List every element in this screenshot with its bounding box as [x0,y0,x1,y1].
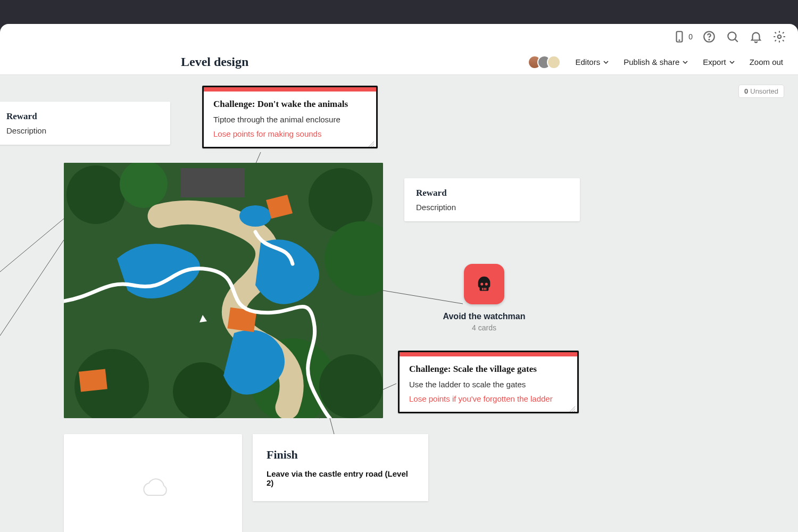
svg-line-9 [0,240,64,336]
svg-point-25 [239,205,271,227]
challenge-description: Use the ladder to scale the gates [409,380,568,389]
publish-label: Publish & share [624,57,679,66]
export-label: Export [703,57,726,66]
svg-rect-32 [482,288,483,290]
top-icon-bar: 0 [0,24,798,49]
svg-point-4 [728,32,736,40]
svg-point-23 [173,362,231,418]
resize-handle-icon[interactable] [369,139,374,145]
card-title: Reward [6,111,159,122]
svg-point-3 [709,39,709,40]
challenge-card[interactable]: Challenge: Scale the village gates Use t… [398,351,579,413]
header-bar: Level design Editors Publish & share Exp… [0,49,798,75]
challenge-loss: Lose points if you've forgotten the ladd… [409,394,568,403]
svg-rect-34 [485,288,486,290]
export-dropdown[interactable]: Export [703,57,734,66]
editors-label: Editors [576,57,601,66]
publish-share-dropdown[interactable]: Publish & share [624,57,688,66]
svg-point-1 [679,40,680,40]
svg-point-17 [66,165,125,224]
svg-point-6 [778,35,782,39]
zoom-out-button[interactable]: Zoom out [750,57,783,66]
finish-card[interactable]: Finish Leave via the castle entry road (… [253,434,428,501]
stack-count: 4 cards [442,323,527,332]
challenge-stripe [204,87,376,92]
avatar [547,55,561,69]
mobile-preview-button[interactable]: 0 [672,30,693,44]
chevron-down-icon [683,60,688,65]
svg-line-37 [574,411,575,412]
stack-tile [464,264,504,304]
svg-rect-27 [79,369,107,392]
resize-handle-icon[interactable] [570,404,575,410]
chevron-down-icon [603,60,609,65]
empty-image-card[interactable] [64,434,242,532]
canvas[interactable]: 0Unsorted Reward Description Challenge: … [0,75,798,532]
challenge-title: Challenge: Scale the village gates [409,364,568,375]
gear-icon[interactable] [772,30,786,44]
card-stack[interactable]: Avoid the watchman 4 cards [442,264,527,332]
unsorted-label: Unsorted [750,87,778,95]
svg-point-24 [319,354,383,418]
challenge-description: Tiptoe through the animal enclosure [213,115,367,124]
help-icon[interactable] [702,30,716,44]
svg-line-8 [0,219,64,272]
challenge-loss: Lose points for making sounds [213,129,367,138]
challenge-stripe [400,352,577,356]
svg-rect-29 [181,168,245,197]
bell-icon[interactable] [749,30,763,44]
challenge-title: Challenge: Don't wake the animals [213,99,367,110]
mobile-icon [672,30,686,44]
search-icon[interactable] [726,30,739,44]
stack-title: Avoid the watchman [442,312,527,321]
skull-icon [475,275,493,293]
svg-line-5 [735,39,738,42]
reward-card[interactable]: Reward Description [0,102,170,145]
card-title: Reward [416,188,568,198]
reward-card[interactable]: Reward Description [404,178,580,221]
editors-dropdown[interactable]: Editors [576,57,609,66]
unsorted-pill[interactable]: 0Unsorted [738,85,784,98]
chevron-down-icon [729,60,735,65]
zoom-out-label: Zoom out [750,57,783,66]
challenge-card[interactable]: Challenge: Don't wake the animals Tiptoe… [202,86,378,148]
card-description: Description [416,203,568,212]
svg-line-15 [373,146,374,147]
mobile-count: 0 [688,32,693,41]
svg-rect-33 [484,288,485,290]
svg-point-31 [485,282,488,285]
editor-avatars[interactable] [528,55,561,69]
finish-title: Finish [267,448,414,462]
finish-subtitle: Leave via the castle entry road (Level 2… [267,469,414,487]
page-title: Level design [181,55,248,69]
svg-point-30 [480,282,483,285]
cloud-upload-icon [137,474,169,501]
map-image[interactable] [64,163,383,418]
card-description: Description [6,126,159,135]
unsorted-count: 0 [744,87,748,95]
